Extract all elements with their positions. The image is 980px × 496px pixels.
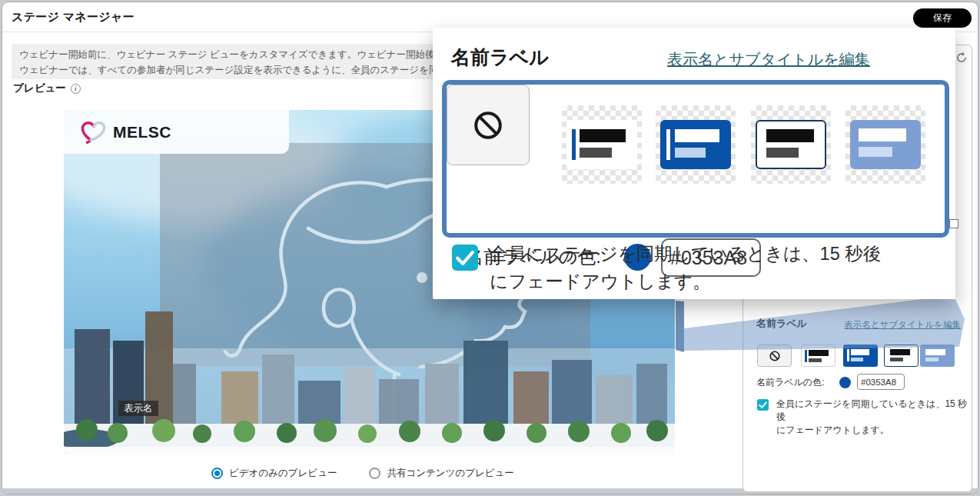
prohibition-icon: [471, 108, 505, 142]
edit-display-name-link-large[interactable]: 表示名とサブタイトルを編集: [667, 49, 870, 70]
label-style-option-blue-mini[interactable]: [843, 345, 878, 367]
fade-out-checkbox[interactable]: [757, 399, 769, 411]
label-style-option-light-mini[interactable]: [801, 345, 835, 367]
save-button[interactable]: 保存: [913, 8, 972, 28]
label-style-option-blue[interactable]: [656, 105, 736, 184]
radio-video-only[interactable]: ビデオのみのプレビュー: [211, 467, 337, 480]
label-style-option-outline[interactable]: [751, 105, 831, 184]
info-icon[interactable]: i: [71, 84, 81, 94]
fade-out-note-line2-large: にフェードアウトします。: [490, 268, 881, 295]
brand-logo-chip: MELSC: [64, 110, 289, 154]
name-label-zoom-callout: 名前ラベル 表示名とサブタイトルを編集: [433, 28, 955, 299]
stage-manager-window: ステージ マネージャー 保存 ウェビナー開始前に、ウェビナー ステージ ビューを…: [2, 2, 978, 494]
fade-out-note-line1-large: 全員にステージを同期しているときは、15 秒後: [490, 240, 881, 268]
label-style-group-highlight: 名前ラベルの色:: [442, 80, 949, 238]
label-style-option-translucent-mini[interactable]: [920, 345, 955, 367]
fade-out-note-line1: 全員にステージを同期しているときは、15 秒後: [776, 398, 972, 424]
edit-display-name-link[interactable]: 表示名とサブタイトルを編集: [844, 319, 961, 331]
zoom-handle[interactable]: [949, 219, 958, 228]
radio-shared-content-label: 共有コンテンツのプレビュー: [387, 467, 513, 480]
checkmark-icon: [452, 245, 478, 271]
preview-heading: プレビュー i: [13, 82, 81, 95]
fade-out-checkbox-large[interactable]: [452, 245, 478, 271]
radio-selected-icon: [211, 468, 223, 479]
preview-mode-radio-group: ビデオのみのプレビュー 共有コンテンツのプレビュー: [211, 467, 514, 480]
label-style-option-none[interactable]: [447, 85, 530, 165]
label-style-option-none-mini[interactable]: [757, 345, 792, 367]
label-style-option-outline-mini[interactable]: [884, 345, 919, 367]
fade-out-note-large: 全員にステージを同期しているときは、15 秒後 にフェードアウトします。: [490, 240, 881, 295]
radio-unselected-icon: [369, 468, 380, 479]
preview-heading-label: プレビュー: [13, 82, 66, 95]
name-label-title-large: 名前ラベル: [451, 45, 549, 70]
prohibition-icon: [769, 350, 781, 362]
name-label-color-label: 名前ラベルの色:: [756, 376, 824, 389]
label-style-option-light[interactable]: [562, 105, 642, 184]
fade-out-note: 全員にステージを同期しているときは、15 秒後 にフェードアウトします。: [776, 398, 972, 437]
color-value-input[interactable]: [857, 374, 905, 390]
checkmark-icon: [757, 399, 769, 411]
page-title: ステージ マネージャー: [12, 10, 135, 25]
heart-chat-logo-icon: [78, 119, 107, 145]
color-swatch[interactable]: [839, 377, 851, 388]
display-name-tag: 表示名: [118, 401, 158, 416]
label-style-option-translucent[interactable]: [845, 105, 925, 184]
save-button-label: 保存: [933, 12, 952, 25]
fade-out-note-line2: にフェードアウトします。: [776, 424, 972, 437]
brand-logo-text: MELSC: [113, 123, 171, 141]
radio-shared-content[interactable]: 共有コンテンツのプレビュー: [369, 467, 513, 480]
name-label-title: 名前ラベル: [756, 317, 807, 331]
refresh-icon[interactable]: [955, 52, 968, 64]
radio-video-only-label: ビデオのみのプレビュー: [229, 467, 337, 480]
